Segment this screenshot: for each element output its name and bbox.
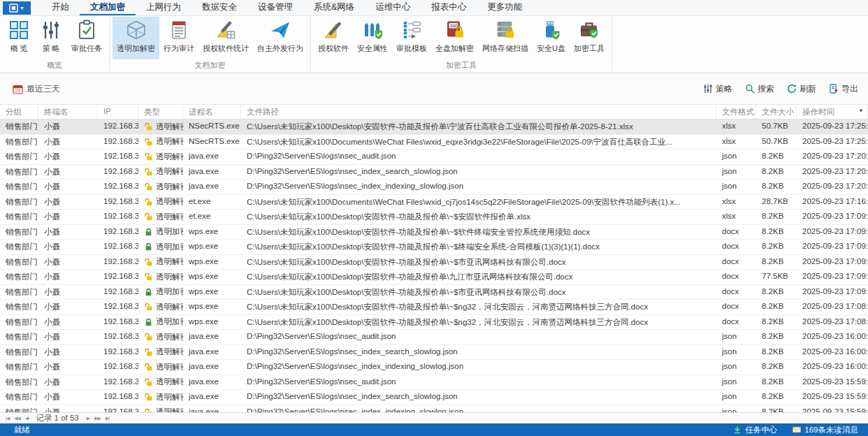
ribbon-button-flow-template[interactable]: 审批模板 bbox=[392, 17, 431, 59]
ribbon-button-usb-shield[interactable]: 安全U盘 bbox=[533, 17, 570, 59]
tab-8[interactable]: 更多功能 bbox=[477, 0, 533, 15]
ribbon-button-stats-ruler-pencil[interactable]: 授权软件统计 bbox=[198, 17, 253, 59]
ip-cell: 192.168.31.27 bbox=[98, 150, 138, 164]
last-page-icon[interactable]: ▶| bbox=[106, 416, 109, 421]
table-row[interactable]: 销售部门小聂192.168.31.27透明解密et.exeC:\Users\未知… bbox=[0, 195, 868, 210]
table-row[interactable]: 销售部门小聂192.168.31.27透明解密NSecRTS.exeC:\Use… bbox=[0, 135, 868, 150]
size-cell: 28.7KB bbox=[756, 195, 797, 210]
path-cell: C:\Users\未知玩家x100\Desktop\安固软件-功能及报价单\九江… bbox=[241, 270, 716, 284]
column-header-8[interactable]: 操作时间 bbox=[797, 105, 868, 119]
time-cell: 2025-09-23 16:00:15 bbox=[797, 345, 868, 360]
table-row[interactable]: 销售部门小聂192.168.31.27透明解密java.exeD:\Ping32… bbox=[0, 150, 868, 165]
next-page-icon[interactable]: ▶ bbox=[87, 416, 89, 421]
table-row[interactable]: 销售部门小聂192.168.31.27透明解密NSecRTS.exeC:\Use… bbox=[0, 119, 868, 135]
format-cell: xlsx bbox=[716, 195, 756, 210]
tab-1[interactable]: 文档加密 bbox=[80, 0, 136, 15]
ribbon-button-transparent-cube[interactable]: 透明加解密 bbox=[113, 17, 159, 59]
filter-actions: 策略搜索刷新导出 bbox=[703, 83, 858, 95]
ribbon-button-server-lock[interactable]: 网络存储扫描 bbox=[478, 17, 533, 59]
table-row[interactable]: 销售部门小聂192.168.31.27透明加密wps.exeC:\Users\未… bbox=[0, 315, 868, 330]
column-header-1[interactable]: 终端名 bbox=[38, 105, 98, 119]
first-page-icon[interactable]: |◀ bbox=[6, 416, 9, 421]
table-row[interactable]: 销售部门小聂192.168.31.27透明解密java.exeD:\Ping32… bbox=[0, 345, 868, 361]
tab-2[interactable]: 上网行为 bbox=[136, 0, 191, 15]
ribbon-button-ssd-lock[interactable]: SSD全盘加解密 bbox=[431, 17, 478, 59]
type-cell: 透明解密 bbox=[138, 150, 183, 164]
prev-page-icon[interactable]: ◀ bbox=[25, 416, 28, 421]
table-row[interactable]: 销售部门小聂192.168.31.27透明解密java.exeD:\Ping32… bbox=[0, 360, 868, 375]
process-cell: java.exe bbox=[183, 330, 241, 344]
table-row[interactable]: 销售部门小聂192.168.31.27透明解密java.exeD:\Ping32… bbox=[0, 390, 868, 405]
task-center-button[interactable]: 任务中心 bbox=[733, 425, 777, 435]
terminal-cell: 小聂 bbox=[38, 240, 98, 254]
tab-7[interactable]: 报表中心 bbox=[421, 0, 477, 15]
column-header-4[interactable]: 进程名 bbox=[183, 105, 241, 119]
size-cell: 8.2KB bbox=[756, 165, 797, 180]
ribbon-group: 授权软件安全属性审批模板SSD全盘加解密网络存储扫描安全U盘加密工具加密工具 bbox=[311, 16, 612, 73]
lock-open-icon bbox=[144, 198, 153, 206]
ip-cell: 192.168.31.27 bbox=[98, 119, 138, 134]
overview-grid-icon bbox=[8, 20, 29, 41]
column-header-0[interactable]: 分组 bbox=[0, 105, 38, 119]
app-menu-button[interactable]: ▼ bbox=[3, 1, 31, 15]
table-row[interactable]: 销售部门小聂192.168.31.27透明解密java.exeD:\Ping32… bbox=[0, 330, 868, 345]
ribbon-button-audit-list[interactable]: 行为审计 bbox=[159, 17, 198, 59]
tab-4[interactable]: 设备管理 bbox=[247, 0, 303, 15]
size-cell: 8.2KB bbox=[756, 390, 797, 405]
tab-3[interactable]: 数据安全 bbox=[191, 0, 247, 15]
unread-messages-button[interactable]: 169条未读消息 bbox=[793, 425, 858, 435]
time-cell: 2025-09-23 17:08:33 bbox=[797, 300, 868, 314]
table-row[interactable]: 销售部门小聂192.168.31.27透明解密java.exeD:\Ping32… bbox=[0, 165, 868, 180]
terminal-cell: 小聂 bbox=[38, 195, 98, 210]
next-fast-icon[interactable]: ▶▶ bbox=[94, 416, 101, 421]
column-header-6[interactable]: 文件格式 bbox=[716, 105, 756, 119]
table-row[interactable]: 销售部门小聂192.168.31.27透明解密java.exeD:\Ping32… bbox=[0, 375, 868, 391]
table-row[interactable]: 销售部门小聂192.168.31.27透明解密wps.exeC:\Users\未… bbox=[0, 300, 868, 315]
column-header-3[interactable]: 类型 bbox=[138, 105, 183, 119]
tab-6[interactable]: 运维中心 bbox=[365, 0, 421, 15]
prev-fast-icon[interactable]: ◀◀ bbox=[14, 416, 20, 421]
table-row[interactable]: 销售部门小聂192.168.31.27透明解密et.exeC:\Users\未知… bbox=[0, 210, 868, 225]
table-row[interactable]: 销售部门小聂192.168.31.27透明解密java.exeD:\Ping32… bbox=[0, 180, 868, 195]
ip-cell: 192.168.31.27 bbox=[98, 135, 138, 150]
column-header-7[interactable]: 文件大小 bbox=[756, 105, 797, 119]
format-cell: docx bbox=[716, 255, 756, 270]
table-row[interactable]: 销售部门小聂192.168.31.27透明加密wps.exeC:\Users\未… bbox=[0, 285, 868, 300]
lock-open-icon bbox=[144, 378, 153, 386]
lock-closed-icon bbox=[144, 242, 153, 251]
ribbon-button-fence-shield[interactable]: 安全属性 bbox=[353, 17, 392, 59]
ribbon-button-label: 透明加解密 bbox=[117, 43, 155, 54]
size-cell: 8.2KB bbox=[756, 225, 797, 240]
time-cell: 2025-09-23 17:20:34 bbox=[797, 150, 868, 164]
column-menu-icon[interactable]: ▼ bbox=[858, 108, 864, 114]
lock-open-icon bbox=[144, 168, 153, 176]
ribbon-button-toolbox-shield[interactable]: 加密工具 bbox=[570, 17, 609, 59]
type-cell: 透明解密 bbox=[138, 345, 183, 360]
type-label: 透明加密 bbox=[156, 242, 183, 252]
tab-0[interactable]: 开始 bbox=[41, 0, 80, 15]
type-cell: 透明解密 bbox=[138, 360, 183, 375]
process-cell: java.exe bbox=[183, 345, 241, 360]
group-cell: 销售部门 bbox=[0, 345, 38, 360]
toolbar-button-refresh[interactable]: 刷新 bbox=[787, 83, 816, 95]
ribbon-button-label: 网络存储扫描 bbox=[482, 43, 528, 54]
column-header-5[interactable]: 文件路径 bbox=[241, 105, 716, 119]
ribbon-button-ruler-pencil[interactable]: 授权软件 bbox=[314, 17, 353, 59]
column-header-2[interactable]: IP bbox=[98, 105, 138, 119]
ribbon-button-overview-grid[interactable]: 概 览 bbox=[3, 17, 35, 59]
table-row[interactable]: 销售部门小聂192.168.31.27透明加密wps.exeC:\Users\未… bbox=[0, 240, 868, 255]
ribbon-button-approval-clipboard[interactable]: 审批任务 bbox=[67, 17, 106, 59]
table-row[interactable]: 销售部门小聂192.168.31.27透明加密wps.exeC:\Users\未… bbox=[0, 225, 868, 240]
time-cell: 2025-09-23 17:09:35 bbox=[797, 240, 868, 254]
tab-5[interactable]: 系统&网络 bbox=[303, 0, 365, 15]
download-arrow-icon bbox=[733, 426, 742, 434]
ribbon-button-paper-plane[interactable]: 自主外发行为 bbox=[253, 17, 308, 59]
table-row[interactable]: 销售部门小聂192.168.31.27透明解密wps.exeC:\Users\未… bbox=[0, 270, 868, 285]
toolbar-button-sliders[interactable]: 策略 bbox=[703, 83, 732, 95]
toolbar-button-export[interactable]: 导出 bbox=[829, 83, 858, 95]
table-row[interactable]: 销售部门小聂192.168.31.27透明解密wps.exeC:\Users\未… bbox=[0, 255, 868, 270]
ribbon-button-policy-sliders[interactable]: 策 略 bbox=[35, 17, 67, 59]
toolbar-button-search[interactable]: 搜索 bbox=[745, 83, 774, 95]
date-range-filter[interactable]: 23 最近三天 bbox=[13, 83, 60, 95]
table-row[interactable]: 销售部门小聂192.168.31.27透明解密java.exeD:\Ping32… bbox=[0, 405, 868, 413]
